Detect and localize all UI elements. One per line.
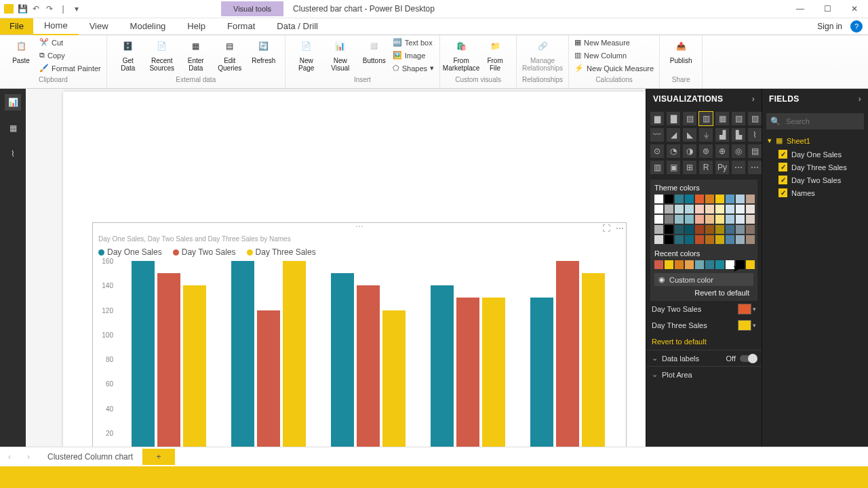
viz-type-icon[interactable]: ◔ xyxy=(667,144,680,158)
color-swatch[interactable] xyxy=(665,195,673,203)
color-swatch-button[interactable] xyxy=(738,304,751,314)
color-swatch[interactable] xyxy=(746,235,755,244)
color-swatch[interactable] xyxy=(685,225,694,234)
color-swatch[interactable] xyxy=(685,205,694,214)
chevron-down-icon[interactable]: ▾ xyxy=(753,322,756,329)
checkbox-checked-icon[interactable]: ✓ xyxy=(778,150,787,159)
color-swatch[interactable] xyxy=(665,235,673,244)
tab-format[interactable]: Format xyxy=(216,18,266,35)
viz-type-icon[interactable]: ◣ xyxy=(683,128,696,142)
color-swatch[interactable] xyxy=(695,260,704,269)
viz-type-icon[interactable]: ⋯ xyxy=(732,161,745,174)
field-names[interactable]: ✓Names xyxy=(762,186,868,199)
viz-type-icon[interactable]: ◑ xyxy=(683,144,696,158)
field-day-three-sales[interactable]: ✓Day Three Sales xyxy=(762,161,868,174)
manage-relationships-button[interactable]: 🔗Manage Relationships xyxy=(527,37,558,72)
publish-button[interactable]: 📤Publish xyxy=(665,37,696,64)
canvas[interactable]: ⋯ ⛶ ⋯ Day One Sales, Day Two Sales and D… xyxy=(26,89,646,447)
bar[interactable] xyxy=(157,273,180,447)
legend-item[interactable]: Day Two Sales xyxy=(173,247,236,257)
bar[interactable] xyxy=(582,273,605,447)
color-swatch[interactable] xyxy=(736,235,745,244)
viz-type-icon[interactable]: ▙ xyxy=(732,128,745,142)
color-swatch[interactable] xyxy=(654,215,663,224)
tab-file[interactable]: File xyxy=(0,18,33,35)
color-swatch[interactable] xyxy=(705,205,714,214)
viz-type-icon[interactable]: R xyxy=(699,161,713,174)
color-swatch[interactable] xyxy=(705,235,714,244)
field-day-one-sales[interactable]: ✓Day One Sales xyxy=(762,148,868,161)
get-data-button[interactable]: 🗄️Get Data xyxy=(113,37,144,72)
bar[interactable] xyxy=(183,285,206,447)
page-next-icon[interactable]: › xyxy=(19,452,38,462)
bar[interactable] xyxy=(231,261,254,447)
color-swatch[interactable] xyxy=(705,260,714,269)
add-page-button[interactable]: + xyxy=(142,449,175,465)
marketplace-button[interactable]: 🛍️From Marketplace xyxy=(446,37,477,72)
color-swatch[interactable] xyxy=(695,205,704,214)
bar[interactable] xyxy=(132,261,155,447)
new-column-button[interactable]: ▥New Column xyxy=(574,49,654,61)
tab-help[interactable]: Help xyxy=(176,18,216,35)
fields-search[interactable]: 🔍 xyxy=(766,113,864,129)
cut-button[interactable]: ✂️Cut xyxy=(39,37,101,48)
color-swatch[interactable] xyxy=(746,225,755,234)
image-button[interactable]: 🖼️Image xyxy=(393,49,434,61)
color-swatch[interactable] xyxy=(665,225,673,234)
revert-default-button[interactable]: Revert to default xyxy=(654,286,753,297)
legend-item[interactable]: Day One Sales xyxy=(98,247,162,257)
close-button[interactable]: ✕ xyxy=(841,0,868,18)
color-swatch[interactable] xyxy=(736,195,745,203)
save-icon[interactable]: 💾 xyxy=(18,4,27,14)
bar[interactable] xyxy=(257,310,280,447)
new-visual-button[interactable]: 📊New Visual xyxy=(325,37,356,72)
color-swatch[interactable] xyxy=(715,225,724,234)
revert-default-link[interactable]: Revert to default xyxy=(646,333,762,350)
color-swatch[interactable] xyxy=(654,225,663,234)
color-swatch[interactable] xyxy=(726,225,734,234)
focus-mode-icon[interactable]: ⛶ xyxy=(601,224,611,233)
color-swatch[interactable] xyxy=(654,205,663,214)
edit-queries-button[interactable]: ▤Edit Queries xyxy=(214,37,245,72)
color-swatch[interactable] xyxy=(715,235,724,244)
color-swatch[interactable] xyxy=(685,215,694,224)
color-swatch[interactable] xyxy=(726,215,734,224)
color-swatch[interactable] xyxy=(705,215,714,224)
color-swatch[interactable] xyxy=(654,195,663,203)
color-swatch[interactable] xyxy=(736,225,745,234)
undo-icon[interactable]: ↶ xyxy=(31,4,41,14)
viz-type-icon[interactable]: ⊚ xyxy=(699,144,713,158)
color-swatch[interactable] xyxy=(685,260,694,269)
color-swatch[interactable] xyxy=(726,235,734,244)
chevron-down-icon[interactable]: ▾ xyxy=(753,306,756,312)
viz-type-icon[interactable]: ⌇ xyxy=(748,128,762,142)
tab-view[interactable]: View xyxy=(79,18,119,35)
viz-type-icon[interactable]: ◢ xyxy=(667,128,680,142)
model-view-icon[interactable]: ⌇ xyxy=(5,146,21,162)
color-swatch[interactable] xyxy=(665,260,673,269)
plot-area-section[interactable]: ⌄ Plot Area xyxy=(646,366,762,382)
color-swatch[interactable] xyxy=(736,215,745,224)
viz-type-icon[interactable]: ◎ xyxy=(732,144,745,158)
report-view-icon[interactable]: 📊 xyxy=(5,94,21,110)
viz-type-icon[interactable]: ⊙ xyxy=(650,144,664,158)
viz-type-icon[interactable]: ▟ xyxy=(715,128,729,142)
color-swatch[interactable] xyxy=(695,195,704,203)
buttons-button[interactable]: ◻️Buttons xyxy=(359,37,390,64)
color-swatch[interactable] xyxy=(695,235,704,244)
qat-dropdown-icon[interactable]: ▾ xyxy=(72,4,81,14)
legend-item[interactable]: Day Three Sales xyxy=(247,247,316,257)
data-view-icon[interactable]: ▦ xyxy=(5,120,21,136)
color-swatch[interactable] xyxy=(705,195,714,203)
color-swatch[interactable] xyxy=(726,195,734,203)
color-swatch[interactable] xyxy=(675,195,684,203)
page-tab[interactable]: Clustered Column chart xyxy=(38,449,142,465)
viz-type-icon[interactable]: ⊕ xyxy=(715,144,729,158)
bar[interactable] xyxy=(357,285,380,447)
refresh-button[interactable]: 🔄Refresh xyxy=(248,37,279,64)
color-swatch[interactable] xyxy=(675,260,684,269)
color-swatch[interactable] xyxy=(736,260,745,269)
viz-type-icon[interactable]: ▧ xyxy=(732,112,745,125)
bar[interactable] xyxy=(331,273,354,447)
viz-type-icon[interactable]: 〰 xyxy=(650,128,664,142)
